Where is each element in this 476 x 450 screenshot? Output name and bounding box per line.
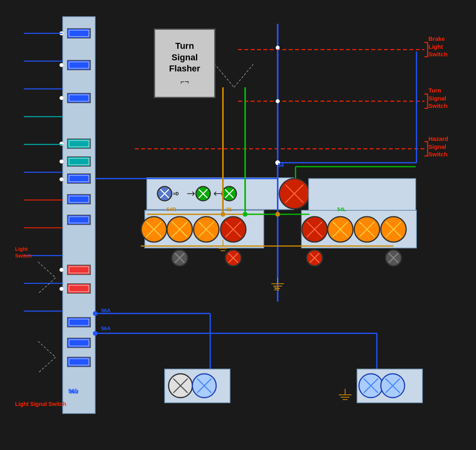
turn-signal-switch-label: TurnSignalSwitch bbox=[428, 87, 447, 110]
hazard-signal-switch-label: HazardSignalSwitch bbox=[428, 135, 448, 158]
wire-56A-bot-label: 56A bbox=[101, 325, 111, 331]
wire-54L-label: 54L bbox=[337, 206, 346, 212]
wire-56b-label: 56b bbox=[69, 389, 78, 395]
light-switch-label: LightSwitch bbox=[15, 246, 32, 260]
brake-light-switch-label: BrakeLightSwitch bbox=[428, 35, 447, 58]
wire-56A-top-label: 56A bbox=[101, 308, 111, 313]
wire-54-label: 54 bbox=[278, 162, 284, 168]
wiring-diagram-canvas bbox=[0, 0, 476, 450]
wire-31b-label: 31 bbox=[274, 286, 279, 292]
turn-signal-flasher-box: Turn Signal Flasher ⌐¬ bbox=[154, 29, 215, 98]
wire-31-label: 31 bbox=[226, 206, 232, 212]
flasher-label: Turn Signal Flasher bbox=[169, 40, 200, 75]
wire-54R-label: 54R bbox=[167, 206, 176, 212]
flasher-symbol: ⌐¬ bbox=[180, 78, 189, 86]
light-signal-switch-label: Light Signal Switch bbox=[15, 401, 66, 407]
